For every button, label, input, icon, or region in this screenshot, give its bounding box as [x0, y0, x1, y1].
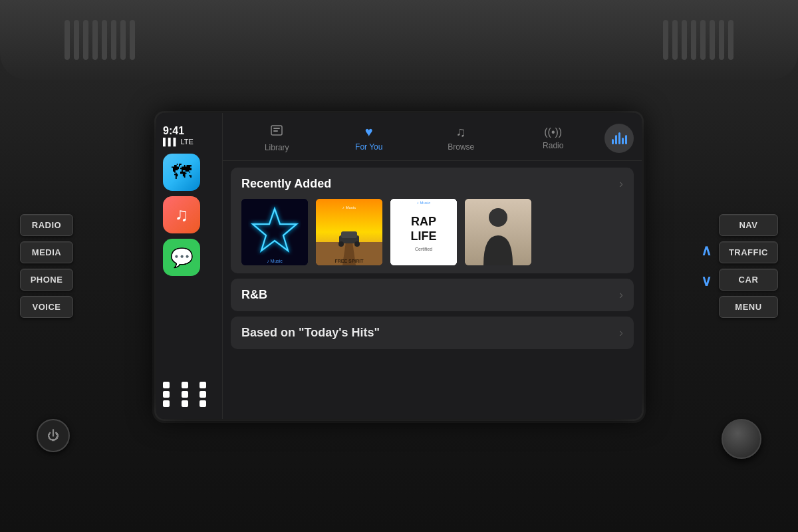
svg-rect-11 [341, 231, 357, 238]
radio-button[interactable]: RADIO [20, 214, 73, 236]
app-icons: ♫ 💬 [156, 148, 222, 376]
recently-added-header[interactable]: Recently Added › [241, 177, 623, 191]
svg-text:LIFE: LIFE [411, 229, 437, 243]
recently-added-title: Recently Added [241, 177, 619, 191]
svg-text:♪ Music: ♪ Music [417, 201, 430, 205]
svg-point-23 [489, 208, 507, 227]
now-playing-button[interactable] [604, 124, 634, 153]
album-cover-3[interactable]: RAP LIFE ♪ Music Certified [390, 199, 457, 265]
media-button[interactable]: MEDIA [20, 241, 73, 263]
car-button[interactable]: CAR [719, 269, 778, 291]
recently-added-chevron: › [619, 177, 623, 191]
right-button-panel: NAV TRAFFIC CAR MENU [719, 214, 778, 318]
signal-indicator: ▌▌▌ LTE [163, 138, 215, 146]
sidebar: 9:41 ▌▌▌ LTE ♫ 💬 [156, 113, 223, 419]
recently-added-section: Recently Added › [231, 168, 634, 273]
library-icon [270, 124, 283, 140]
phone-button[interactable]: PHONE [20, 269, 73, 291]
rnb-section[interactable]: R&B › [231, 279, 634, 311]
browse-tab-label: Browse [448, 142, 474, 152]
dashboard: RADIO MEDIA PHONE VOICE NAV TRAFFIC CAR … [0, 0, 798, 532]
based-on-chevron: › [619, 326, 623, 340]
scroll-up-arrow[interactable]: ∧ [701, 242, 712, 259]
radio-wave-icon: ((•)) [544, 126, 562, 138]
svg-text:♪ Music: ♪ Music [267, 259, 283, 263]
nav-button[interactable]: NAV [719, 214, 778, 236]
clock: 9:41 [163, 125, 215, 137]
music-app-icon[interactable]: ♫ [163, 196, 200, 233]
svg-text:♪ Music: ♪ Music [342, 205, 356, 209]
svg-rect-1 [273, 128, 280, 129]
left-button-panel: RADIO MEDIA PHONE VOICE [20, 214, 73, 318]
svg-point-13 [354, 241, 360, 247]
album-grid: ♪ Music [241, 199, 623, 265]
svg-text:Certified: Certified [415, 247, 432, 251]
voice-button[interactable]: VOICE [20, 296, 73, 318]
nav-tabs: Library ♥ For You ♫ Browse ((•)) Radio [223, 113, 642, 161]
left-vent [40, 13, 160, 66]
volume-knob[interactable] [722, 419, 761, 459]
rnb-title: R&B [241, 288, 619, 302]
music-note-icon: ♫ [175, 204, 189, 225]
album-cover-1[interactable]: ♪ Music [241, 199, 308, 265]
album-cover-2[interactable]: FREE SPIRIT ♪ Music [316, 199, 382, 265]
based-on-title: Based on "Today's Hits" [241, 326, 619, 340]
home-grid[interactable] [156, 376, 222, 412]
tab-browse[interactable]: ♫ Browse [415, 122, 507, 154]
svg-point-12 [338, 241, 344, 247]
for-you-tab-label: For You [355, 142, 382, 152]
main-content: Library ♥ For You ♫ Browse ((•)) Radio [223, 113, 642, 419]
content-area: Recently Added › [223, 161, 642, 419]
tab-radio[interactable]: ((•)) Radio [507, 124, 600, 153]
right-vent [638, 13, 758, 66]
svg-rect-2 [273, 130, 278, 132]
tab-for-you[interactable]: ♥ For You [323, 122, 416, 154]
menu-button[interactable]: MENU [719, 296, 778, 318]
album-cover-4[interactable] [465, 199, 531, 265]
based-on-section[interactable]: Based on "Today's Hits" › [231, 317, 634, 349]
library-tab-label: Library [265, 143, 289, 152]
svg-text:RAP: RAP [411, 215, 436, 228]
radio-tab-label: Radio [543, 141, 563, 150]
messages-app-icon[interactable]: 💬 [163, 239, 200, 276]
browse-icon: ♫ [456, 124, 466, 140]
power-button[interactable]: ⏻ [37, 419, 70, 452]
carplay-screen: 9:41 ▌▌▌ LTE ♫ 💬 [156, 113, 642, 419]
svg-text:FREE SPIRIT: FREE SPIRIT [334, 259, 364, 263]
scroll-down-arrow[interactable]: ∨ [701, 273, 712, 290]
maps-app-icon[interactable] [163, 154, 200, 191]
traffic-button[interactable]: TRAFFIC [719, 241, 778, 263]
tab-library[interactable]: Library [231, 121, 323, 155]
power-icon: ⏻ [47, 429, 59, 443]
status-bar: 9:41 ▌▌▌ LTE [156, 120, 222, 148]
scroll-controls: ∧ ∨ [701, 242, 712, 290]
equalizer-icon [612, 132, 627, 144]
heart-icon: ♥ [365, 124, 373, 140]
rnb-chevron: › [619, 288, 623, 302]
messages-bubble-icon: 💬 [170, 247, 194, 269]
